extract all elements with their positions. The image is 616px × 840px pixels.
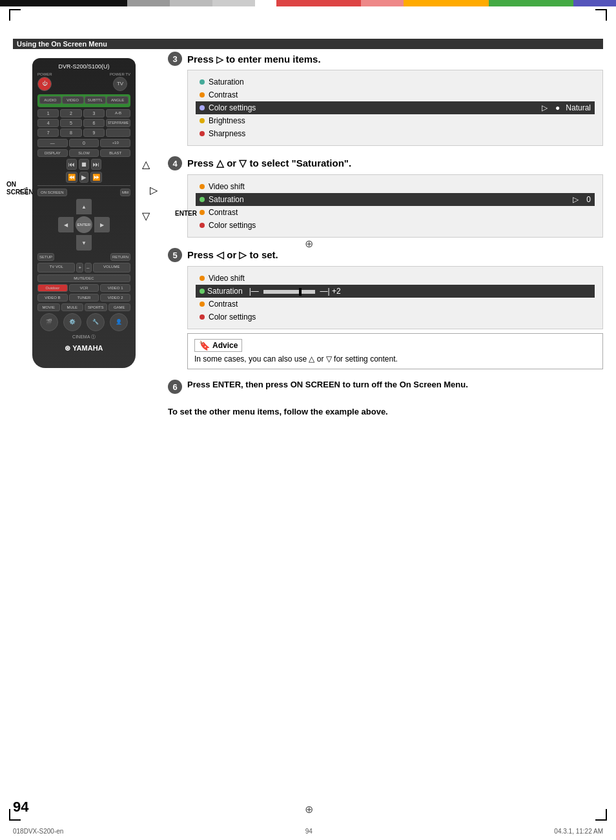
mm-btn[interactable]: MM: [120, 189, 130, 196]
label-contrast: Contrast: [209, 90, 238, 99]
advice-title-text: Advice: [212, 341, 238, 350]
game-btn[interactable]: GAME: [108, 303, 131, 311]
icon-btn4[interactable]: 👤: [110, 313, 128, 331]
num2[interactable]: 2: [60, 109, 81, 118]
func-grid: AUDIO VIDEO SUBTTL ANGLE: [39, 96, 128, 104]
slider-value: —| +2: [320, 287, 341, 296]
num0[interactable]: 0: [69, 139, 99, 147]
bar12: [489, 0, 531, 6]
num5[interactable]: 5: [60, 119, 81, 127]
num-plus10[interactable]: +10: [100, 139, 130, 147]
return-btn[interactable]: RETURN: [110, 253, 130, 261]
step5-suffix: to set.: [250, 249, 278, 260]
power-label: POWER: [37, 72, 52, 76]
final-note: To set the other menu items, follow the …: [168, 407, 603, 416]
num8[interactable]: 8: [60, 128, 81, 137]
num4[interactable]: 4: [37, 119, 59, 127]
prev-chapter[interactable]: ⏮: [67, 159, 77, 170]
label-sharpness: Sharpness: [209, 129, 245, 138]
icon-btn3[interactable]: 🔧: [87, 313, 105, 331]
num-extra[interactable]: [106, 128, 130, 137]
tuner-btn[interactable]: TUNER: [69, 294, 99, 302]
num3[interactable]: 3: [83, 109, 105, 118]
movie-btn[interactable]: MOVIE: [37, 303, 60, 311]
next-btn[interactable]: ⏩: [90, 172, 102, 183]
left-arrow-label: ◁: [19, 184, 27, 196]
step3-menu: Saturation Contrast Color settings ▷ ● N…: [187, 70, 603, 146]
power-tv-btn[interactable]: TV: [113, 77, 127, 91]
advice-box: 🔖 Advice In some cases, you can also use…: [187, 333, 603, 369]
dpad-left[interactable]: ◀: [58, 217, 74, 232]
vol-minus[interactable]: –: [85, 263, 91, 272]
blast-btn[interactable]: BLAST: [100, 149, 130, 157]
vcr-btn[interactable]: VCR: [69, 284, 99, 292]
label-brightness: Brightness: [209, 116, 245, 125]
video2-btn[interactable]: VIDEO 2: [100, 294, 130, 302]
stop-btn[interactable]: ⏹: [79, 159, 89, 170]
tv-vol[interactable]: TV VOL: [37, 263, 75, 272]
step5-header: 5 Press ◁ or ▷ to set.: [168, 248, 603, 262]
video1-btn[interactable]: VIDEO 1: [100, 284, 130, 292]
videob-btn[interactable]: VIDEO B: [37, 294, 68, 302]
dpad-right[interactable]: ▶: [94, 217, 110, 232]
dpad-down[interactable]: ▼: [76, 235, 92, 251]
bar2: [43, 0, 85, 6]
label-cont4: Contrast: [209, 208, 238, 217]
bar3: [85, 0, 128, 6]
func-btn3[interactable]: SUBTTL: [85, 96, 107, 104]
bar4: [127, 0, 170, 6]
down-arrow-label: ▽: [142, 210, 150, 222]
menu3-sharpness: Sharpness: [196, 127, 595, 140]
dpad-enter[interactable]: ENTER: [76, 216, 92, 233]
mute-btn[interactable]: MUTE/DEC: [37, 274, 130, 282]
volume[interactable]: VOLUME: [93, 263, 130, 272]
setup-btn[interactable]: SETUP: [37, 253, 54, 261]
bar8: [318, 0, 361, 6]
func-btn1[interactable]: AUDIO: [39, 96, 61, 104]
repeat[interactable]: A-B: [106, 109, 130, 118]
label-cont5: Contrast: [209, 300, 238, 309]
next-chapter[interactable]: ⏭: [91, 159, 101, 170]
icon-btn2[interactable]: ⚙️: [63, 313, 81, 331]
step6-number: 6: [168, 380, 182, 394]
divider1: [37, 185, 130, 186]
num7[interactable]: 7: [37, 128, 59, 137]
dpad-up[interactable]: ▲: [76, 199, 92, 214]
step3-prefix: Press: [187, 54, 214, 65]
num6[interactable]: 6: [83, 119, 105, 127]
music-btn[interactable]: MULE: [61, 303, 84, 311]
transport-row2: ⏪ ▶ ⏩: [37, 172, 130, 183]
func-btn2[interactable]: VIDEO: [62, 96, 84, 104]
prev-btn[interactable]: ⏪: [66, 172, 77, 183]
slider-container: |— —| +2: [249, 287, 341, 296]
right-panel: 3 Press ▷ to enter menu items. Saturatio…: [168, 52, 603, 808]
num1[interactable]: 1: [37, 109, 59, 118]
footer-right: 04.3.1, 11:22 AM: [554, 828, 603, 835]
step6-text: Press ENTER, then press ON SCREEN to tur…: [187, 380, 603, 389]
section-header: Using the On Screen Menu: [13, 39, 603, 49]
bar6: [212, 0, 255, 6]
menu3-contrast: Contrast: [196, 88, 595, 101]
dot-sat4: [200, 197, 205, 202]
color-arrow-right: ▷: [542, 103, 548, 112]
step4-menu: Video shift Saturation ▷ 0 Contrast Colo…: [187, 174, 603, 238]
func-btn4[interactable]: ANGLE: [107, 96, 128, 104]
outdoor-btn[interactable]: Outdoor: [37, 284, 68, 292]
power-btn[interactable]: ⏻: [37, 77, 52, 91]
num-dash[interactable]: —: [37, 139, 68, 147]
label-sat4: Saturation: [209, 195, 244, 204]
vol-plus[interactable]: +: [76, 263, 83, 272]
num9[interactable]: 9: [83, 128, 105, 137]
sports-btn[interactable]: SPORTS: [85, 303, 107, 311]
slow-btn[interactable]: SLOW: [69, 149, 99, 157]
step-frame[interactable]: STEP/FRAME: [106, 119, 130, 127]
step5-menu: Video shift Saturation |— —| +2 Con: [187, 266, 603, 329]
on-screen-btn[interactable]: ON SCREEN: [37, 189, 67, 196]
icon-btn1[interactable]: 🎬: [40, 313, 58, 331]
menu5-saturation: Saturation |— —| +2: [196, 285, 595, 298]
display-btn[interactable]: DISPLAY: [37, 149, 68, 157]
mode-grid: MOVIE MULE SPORTS GAME: [37, 303, 130, 311]
advice-icon: 🔖: [199, 340, 210, 351]
play-btn[interactable]: ▶: [79, 172, 88, 183]
step5-number: 5: [168, 248, 182, 262]
